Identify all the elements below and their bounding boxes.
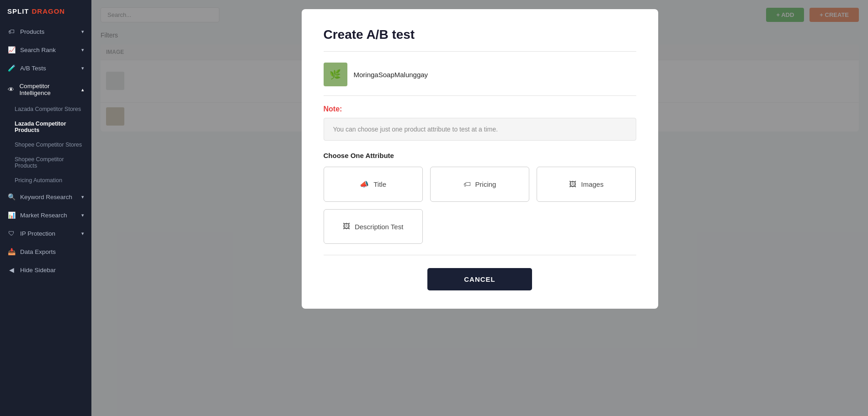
sidebar-sub-label: Lazada Competitor Products bbox=[15, 121, 84, 133]
logo-dragon: DRAGON bbox=[32, 7, 65, 15]
attr-card-description[interactable]: 🖼 Description Test bbox=[324, 209, 423, 244]
products-icon: 🏷 bbox=[7, 28, 16, 35]
modal-divider2 bbox=[324, 95, 636, 96]
sidebar-item-ab-tests[interactable]: 🧪 A/B Tests ▾ bbox=[0, 59, 91, 77]
attr-label: Description Test bbox=[355, 223, 403, 231]
competitor-icon: 👁 bbox=[7, 86, 15, 93]
note-box: You can choose just one product attribut… bbox=[324, 118, 636, 141]
modal-actions: CANCEL bbox=[324, 268, 636, 290]
images-icon: 🖼 bbox=[569, 180, 576, 189]
sidebar-sub-label: Shopee Competitor Products bbox=[15, 156, 84, 169]
sidebar-item-label: Competitor Intelligence bbox=[19, 83, 77, 96]
modal-divider bbox=[324, 51, 636, 52]
attr-label: Images bbox=[581, 180, 603, 188]
modal-footer-divider bbox=[324, 255, 636, 255]
hide-icon: ◀ bbox=[7, 266, 16, 274]
sidebar-sub-shopee-stores[interactable]: Shopee Competitor Stores bbox=[0, 137, 91, 152]
sidebar-sub-shopee-products[interactable]: Shopee Competitor Products bbox=[0, 152, 91, 173]
chevron-down-icon: ▾ bbox=[81, 231, 84, 237]
ab-tests-icon: 🧪 bbox=[7, 64, 16, 72]
product-thumb-emoji: 🌿 bbox=[330, 69, 341, 80]
sidebar-item-label: Keyword Research bbox=[20, 194, 72, 200]
choose-attribute-label: Choose One Attribute bbox=[324, 152, 636, 159]
chevron-down-icon: ▾ bbox=[81, 194, 84, 200]
chevron-down-icon: ▾ bbox=[81, 29, 84, 35]
shield-icon: 🛡 bbox=[7, 230, 16, 237]
sidebar-sub-label: Shopee Competitor Stores bbox=[15, 142, 82, 148]
market-icon: 📊 bbox=[7, 211, 16, 219]
chevron-down-icon: ▾ bbox=[81, 65, 84, 71]
sidebar-item-label: Hide Sidebar bbox=[20, 267, 56, 274]
pricing-icon: 🏷 bbox=[463, 180, 471, 189]
sidebar-item-label: IP Protection bbox=[20, 230, 55, 237]
sidebar-sub-lazada-products[interactable]: Lazada Competitor Products bbox=[0, 116, 91, 137]
logo-split: SPLIT bbox=[7, 7, 29, 15]
sidebar: SPLIT DRAGON 🏷 Products ▾ 📈 Search Rank … bbox=[0, 0, 91, 416]
sidebar-item-search-rank[interactable]: 📈 Search Rank ▾ bbox=[0, 41, 91, 59]
chevron-down-icon: ▾ bbox=[81, 212, 84, 218]
sidebar-sub-lazada-stores[interactable]: Lazada Competitor Stores bbox=[0, 102, 91, 116]
sidebar-item-market-research[interactable]: 📊 Market Research ▾ bbox=[0, 206, 91, 224]
sidebar-item-keyword-research[interactable]: 🔍 Keyword Research ▾ bbox=[0, 188, 91, 206]
chevron-up-icon: ▴ bbox=[81, 87, 84, 93]
note-label: Note: bbox=[324, 105, 636, 113]
sidebar-item-label: Data Exports bbox=[20, 248, 56, 255]
sidebar-sub-label: Pricing Automation bbox=[15, 177, 62, 184]
modal-overlay: Create A/B test 🌿 MoringaSoapMalunggay N… bbox=[91, 0, 868, 416]
attr-card-images[interactable]: 🖼 Images bbox=[537, 167, 636, 202]
sidebar-item-ip-protection[interactable]: 🛡 IP Protection ▾ bbox=[0, 224, 91, 242]
sidebar-item-hide-sidebar[interactable]: ◀ Hide Sidebar bbox=[0, 261, 91, 279]
exports-icon: 📥 bbox=[7, 248, 16, 255]
chevron-down-icon: ▾ bbox=[81, 47, 84, 53]
product-row: 🌿 MoringaSoapMalunggay bbox=[324, 63, 636, 86]
sidebar-item-competitor-intelligence[interactable]: 👁 Competitor Intelligence ▴ bbox=[0, 77, 91, 102]
sidebar-sub-pricing-automation[interactable]: Pricing Automation bbox=[0, 173, 91, 188]
attribute-grid-row2: 🖼 Description Test bbox=[324, 209, 636, 244]
modal: Create A/B test 🌿 MoringaSoapMalunggay N… bbox=[302, 9, 658, 309]
sidebar-item-label: Market Research bbox=[20, 212, 67, 219]
attribute-grid: 📣 Title 🏷 Pricing 🖼 Images bbox=[324, 167, 636, 202]
attr-label: Pricing bbox=[475, 180, 496, 188]
product-name: MoringaSoapMalunggay bbox=[354, 71, 428, 79]
keyword-icon: 🔍 bbox=[7, 193, 16, 200]
description-icon: 🖼 bbox=[343, 222, 350, 231]
search-rank-icon: 📈 bbox=[7, 46, 16, 53]
sidebar-item-label: Search Rank bbox=[20, 47, 56, 53]
sidebar-item-data-exports[interactable]: 📥 Data Exports bbox=[0, 242, 91, 261]
main-content: + ADD + CREATE Filters IMAGE Bad ACTIONS… bbox=[91, 0, 868, 416]
sidebar-item-label: Products bbox=[20, 28, 44, 35]
cancel-button[interactable]: CANCEL bbox=[427, 268, 532, 290]
sidebar-item-label: A/B Tests bbox=[20, 65, 46, 72]
logo: SPLIT DRAGON bbox=[0, 0, 91, 22]
attr-card-title[interactable]: 📣 Title bbox=[324, 167, 423, 202]
attr-label: Title bbox=[373, 180, 386, 188]
sidebar-item-products[interactable]: 🏷 Products ▾ bbox=[0, 22, 91, 41]
title-icon: 📣 bbox=[360, 180, 369, 189]
product-thumbnail: 🌿 bbox=[324, 63, 347, 86]
attr-card-pricing[interactable]: 🏷 Pricing bbox=[430, 167, 529, 202]
modal-title: Create A/B test bbox=[324, 27, 636, 42]
sidebar-sub-label: Lazada Competitor Stores bbox=[15, 106, 81, 112]
